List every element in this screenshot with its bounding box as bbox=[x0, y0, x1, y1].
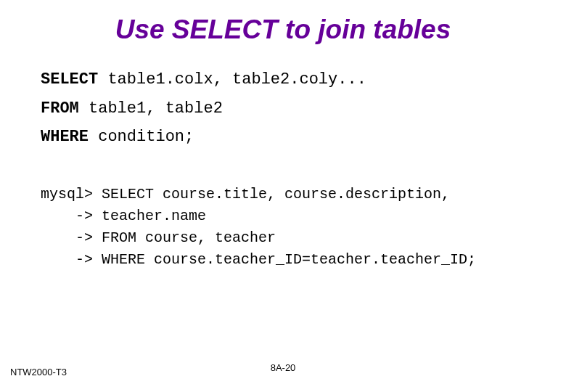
syntax-line-select: SELECT table1.colx, table2.coly... bbox=[41, 65, 522, 94]
example-line-2: -> teacher.name bbox=[41, 208, 206, 224]
keyword-from: FROM bbox=[41, 99, 79, 118]
syntax-line-from: FROM table1, table2 bbox=[41, 94, 522, 123]
example-line-3: -> FROM course, teacher bbox=[41, 229, 276, 246]
keyword-where: WHERE bbox=[41, 128, 89, 146]
syntax-from-rest: table1, table2 bbox=[79, 99, 223, 118]
syntax-where-rest: condition; bbox=[89, 128, 194, 146]
syntax-line-where: WHERE condition; bbox=[41, 123, 522, 152]
syntax-select-rest: table1.colx, table2.coly... bbox=[98, 70, 366, 89]
footer-page-number: 8A-20 bbox=[271, 362, 296, 373]
keyword-select: SELECT bbox=[41, 70, 98, 89]
example-line-1: mysql> SELECT course.title, course.descr… bbox=[41, 186, 450, 203]
sql-example-block: mysql> SELECT course.title, course.descr… bbox=[41, 184, 522, 271]
slide: Use SELECT to join tables SELECT table1.… bbox=[0, 0, 566, 271]
example-line-4: -> WHERE course.teacher_ID=teacher.teach… bbox=[41, 251, 476, 268]
footer-left: NTW2000-T3 bbox=[10, 367, 67, 377]
slide-title: Use SELECT to join tables bbox=[44, 15, 522, 45]
sql-syntax-block: SELECT table1.colx, table2.coly... FROM … bbox=[41, 65, 522, 152]
